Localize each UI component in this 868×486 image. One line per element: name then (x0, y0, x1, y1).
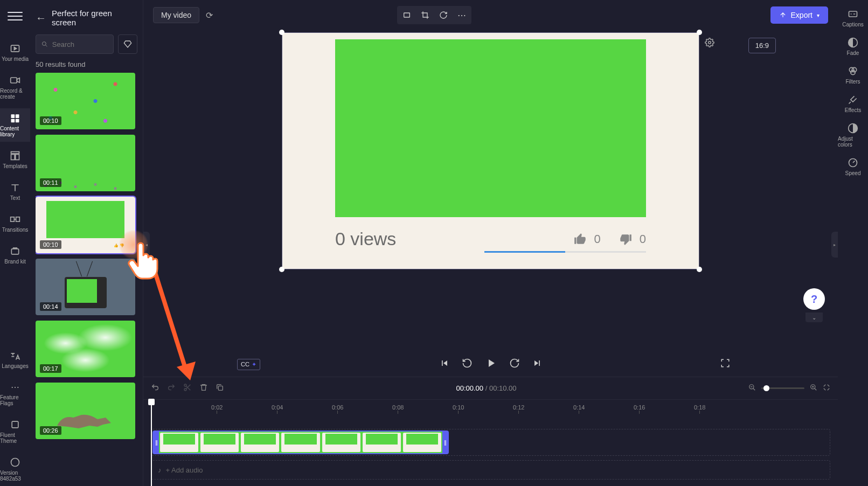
zoom-out-button[interactable] (748, 384, 756, 393)
rail-record-create[interactable]: Record & create (0, 71, 30, 104)
redo-button[interactable] (167, 383, 176, 394)
hamburger-menu[interactable] (8, 9, 23, 24)
duplicate-button[interactable] (216, 383, 224, 394)
zoom-slider[interactable] (761, 387, 804, 389)
timeline-tracks[interactable]: 3D animation of a key green screen video… (143, 429, 838, 486)
resize-handle[interactable] (697, 267, 702, 272)
music-icon: ♪ (158, 466, 162, 474)
clip-frames (159, 432, 442, 453)
rail-effects[interactable]: Effects (845, 94, 861, 113)
collapse-left-panel[interactable]: ◂ (143, 232, 150, 258)
chevron-down-icon: ▾ (817, 12, 820, 18)
delete-button[interactable] (199, 383, 208, 394)
video-track[interactable]: 3D animation of a key green screen video… (151, 429, 830, 456)
tv-antenna (87, 261, 93, 277)
svg-rect-7 (11, 155, 15, 160)
version-icon (10, 457, 20, 468)
result-item[interactable]: 00:14 (36, 259, 135, 315)
duration-badge: 00:17 (40, 364, 61, 373)
search-input[interactable] (52, 40, 108, 48)
rail-text[interactable]: Text (0, 178, 30, 205)
rail-label: Record & create (0, 88, 30, 100)
refresh-icon[interactable]: ⟳ (206, 10, 213, 20)
clip-handle-right[interactable]: ‖ (442, 432, 448, 453)
rail-label: Speed (845, 170, 861, 176)
clip-handle-left[interactable]: ‖ (154, 432, 159, 453)
result-item[interactable]: 00:17 (36, 321, 135, 377)
playhead[interactable] (151, 400, 152, 486)
rail-captions[interactable]: Captions (842, 9, 863, 27)
fit-icon[interactable] (399, 8, 414, 22)
premium-filter-button[interactable] (118, 34, 137, 54)
zoom-in-button[interactable] (810, 384, 817, 393)
rail-adjust-colors[interactable]: Adjust colors (838, 123, 868, 148)
svg-point-17 (184, 384, 186, 386)
duration-badge: 00:10 (40, 240, 61, 249)
rotate-icon[interactable] (436, 8, 451, 22)
rail-version[interactable]: Version 8482a53 (0, 453, 30, 486)
duration-badge: 00:14 (40, 302, 61, 311)
captions-toggle[interactable]: CC✦ (237, 359, 260, 370)
rail-filters[interactable]: Filters (845, 66, 860, 85)
timeline-ruler[interactable]: 0:02 0:04 0:06 0:08 0:10 0:12 0:14 0:16 … (143, 400, 838, 416)
canvas-settings-icon[interactable] (705, 38, 714, 50)
resize-handle[interactable] (279, 30, 284, 35)
split-button[interactable] (183, 383, 192, 394)
video-clip[interactable]: 3D animation of a key green screen video… (152, 431, 449, 454)
canvas-tools: ⋯ (397, 6, 471, 24)
undo-button[interactable] (151, 383, 159, 394)
forward-button[interactable] (509, 358, 520, 371)
rail-your-media[interactable]: Your media (0, 39, 30, 66)
video-title-button[interactable]: My video (153, 7, 199, 23)
rail-speed[interactable]: Speed (845, 157, 861, 176)
tv-screen (67, 279, 97, 303)
rail-fluent-theme[interactable]: Fluent Theme (0, 415, 30, 448)
rail-templates[interactable]: Templates (0, 146, 30, 173)
resize-handle[interactable] (279, 267, 284, 272)
rail-languages[interactable]: Languages (0, 346, 30, 373)
crop-icon[interactable] (418, 8, 433, 22)
svg-rect-4 (11, 119, 15, 123)
rail-content-library[interactable]: Content library (0, 108, 30, 142)
fit-timeline-button[interactable] (823, 384, 830, 393)
views-text: 0 views (335, 228, 396, 249)
results-list[interactable]: 00:10 00:11 0 views👍 👎 00:10 00:14 00:17… (36, 73, 137, 486)
rail-label: Fluent Theme (0, 432, 30, 444)
result-item[interactable]: 00:11 (36, 135, 135, 191)
back-arrow[interactable]: ← (36, 12, 46, 24)
library-icon (10, 113, 20, 123)
top-bar: My video ⟳ ⋯ Export ▾ (143, 0, 838, 30)
result-item-selected[interactable]: 0 views👍 👎 00:10 (36, 197, 135, 253)
rail-brand-kit[interactable]: Brand kit (0, 241, 30, 269)
preview-canvas[interactable]: 0 views 0 0 (282, 32, 699, 269)
skip-end-button[interactable] (532, 358, 543, 371)
more-tools-icon[interactable]: ⋯ (454, 8, 469, 22)
export-label: Export (791, 11, 813, 19)
rail-feature-flags[interactable]: ⋯ Feature Flags (0, 378, 30, 411)
result-item[interactable]: 00:10 (36, 73, 135, 129)
timeline-section: 00:00.00 / 00:10.00 0:02 0:04 0:06 0:08 … (143, 377, 838, 486)
search-box[interactable] (36, 34, 114, 54)
svg-rect-15 (404, 13, 409, 17)
result-item[interactable]: 00:26 (36, 383, 135, 439)
aspect-ratio-badge[interactable]: 16:9 (748, 38, 776, 53)
rewind-button[interactable] (462, 358, 473, 371)
zoom-thumb[interactable] (763, 385, 769, 391)
rail-label: Effects (845, 107, 861, 113)
svg-point-16 (709, 41, 711, 44)
skip-start-button[interactable] (439, 358, 450, 371)
rail-fade[interactable]: Fade (847, 37, 859, 56)
help-chevron[interactable]: ⌄ (805, 313, 823, 322)
export-button[interactable]: Export ▾ (770, 6, 828, 24)
fullscreen-button[interactable] (720, 358, 730, 370)
collapse-right-panel[interactable]: ▸ (831, 232, 838, 258)
help-button[interactable]: ? (803, 288, 825, 310)
svg-rect-19 (218, 386, 223, 390)
audio-track[interactable]: ♪ + Add audio (151, 460, 830, 480)
play-button[interactable] (484, 357, 497, 372)
resize-handle[interactable] (697, 30, 702, 35)
svg-rect-5 (16, 119, 19, 123)
rail-transitions[interactable]: Transitions (0, 210, 30, 237)
svg-rect-22 (849, 11, 857, 17)
preview-area: 0 views 0 0 (143, 30, 838, 352)
